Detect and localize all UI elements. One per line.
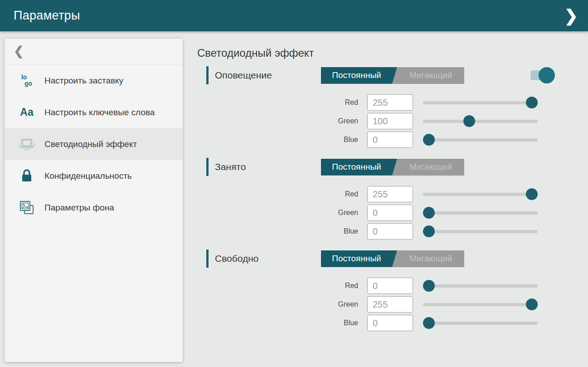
mode-option-blinking[interactable]: Мигающий <box>397 250 464 267</box>
sidebar-item-label: Параметры фона <box>44 202 114 214</box>
channel-value-input[interactable] <box>367 113 413 129</box>
switch-knob <box>539 67 555 83</box>
channel-row: Red <box>206 278 588 294</box>
channel-value-input[interactable] <box>367 132 413 148</box>
led-section: Занято Мигающий Постоянный Red Green <box>206 158 588 240</box>
sidebar-item-screensaver[interactable]: lo go Настроить заставку <box>5 65 183 97</box>
text-aa-icon: Aa <box>17 106 36 118</box>
channel-row: Green <box>206 296 588 313</box>
images-icon <box>17 200 36 215</box>
main-panel: Светодиодный эффект Оповещение Мигающий … <box>183 31 588 367</box>
sidebar-item-label: Светодиодный эффект <box>44 138 137 150</box>
mode-option-solid[interactable]: Постоянный <box>321 159 397 176</box>
channel-row: Blue <box>206 315 588 331</box>
slider-track <box>423 120 538 123</box>
back-chevron-icon: ❮ <box>14 45 24 58</box>
channel-value-input[interactable] <box>367 186 413 202</box>
mode-option-solid[interactable]: Постоянный <box>321 250 397 267</box>
channel-value-input[interactable] <box>367 315 413 331</box>
main-title: Светодиодный эффект <box>197 47 588 59</box>
channels: Red Green Blue <box>206 278 588 331</box>
channel-row: Red <box>206 186 588 202</box>
led-enable-switch[interactable] <box>530 67 554 83</box>
mode-solid-label: Постоянный <box>332 70 381 80</box>
channel-slider[interactable] <box>423 132 538 148</box>
page-title: Параметры <box>14 9 80 23</box>
channel-label: Green <box>206 117 358 125</box>
sidebar-item-label: Настроить ключевые слова <box>44 107 158 118</box>
mode-option-blinking[interactable]: Мигающий <box>397 67 464 84</box>
sidebar-item-label: Конфиденциальность <box>44 170 132 182</box>
channel-label: Blue <box>206 136 358 144</box>
app-header: Параметры ❯ <box>0 0 588 31</box>
mode-blinking-label: Мигающий <box>409 254 452 264</box>
monitor-glow-icon <box>17 137 36 152</box>
channels: Red Green Blue <box>206 94 588 148</box>
section-header: Оповещение Мигающий Постоянный <box>206 66 588 84</box>
slider-thumb[interactable] <box>463 115 475 127</box>
mode-blinking-label: Мигающий <box>409 70 452 80</box>
slider-track <box>423 101 538 104</box>
led-section: Оповещение Мигающий Постоянный Red Green <box>206 66 588 148</box>
channel-label: Red <box>206 190 358 198</box>
channel-value-input[interactable] <box>367 223 413 240</box>
mode-toggle: Мигающий Постоянный <box>321 250 464 267</box>
channel-slider[interactable] <box>423 205 538 221</box>
channel-value-input[interactable] <box>367 296 413 313</box>
section-header: Свободно Мигающий Постоянный <box>206 250 588 268</box>
section-label: Свободно <box>215 253 321 264</box>
sidebar-item-privacy[interactable]: Конфиденциальность <box>5 160 183 192</box>
channel-label: Red <box>206 282 358 290</box>
slider-track <box>423 230 538 233</box>
lock-icon <box>17 169 36 183</box>
channel-label: Blue <box>206 227 358 235</box>
slider-track <box>423 303 538 306</box>
slider-thumb[interactable] <box>423 280 435 292</box>
mode-solid-label: Постоянный <box>332 162 381 172</box>
channel-slider[interactable] <box>423 296 538 313</box>
mode-blinking-label: Мигающий <box>409 162 452 172</box>
slider-track <box>423 211 538 215</box>
sidebar-back-button[interactable]: ❮ <box>5 39 183 65</box>
slider-thumb[interactable] <box>423 134 435 146</box>
channel-slider[interactable] <box>423 186 538 202</box>
mode-solid-label: Постоянный <box>332 254 381 264</box>
channel-value-input[interactable] <box>367 205 413 221</box>
section-label: Занято <box>215 161 321 172</box>
sidebar-item-keywords[interactable]: Aa Настроить ключевые слова <box>5 97 183 128</box>
mode-option-solid[interactable]: Постоянный <box>321 67 397 84</box>
slider-thumb[interactable] <box>423 207 435 219</box>
slider-track <box>423 322 538 325</box>
slider-thumb[interactable] <box>423 225 435 237</box>
slider-thumb[interactable] <box>526 298 538 310</box>
channel-label: Green <box>206 209 358 217</box>
slider-thumb[interactable] <box>526 97 538 108</box>
slider-thumb[interactable] <box>423 317 435 329</box>
channel-row: Blue <box>206 132 588 148</box>
channel-row: Green <box>206 113 588 129</box>
sections: Оповещение Мигающий Постоянный Red Green <box>197 66 588 331</box>
collapse-panel-icon[interactable]: ❯ <box>564 8 578 24</box>
channels: Red Green Blue <box>206 186 588 240</box>
channel-value-input[interactable] <box>367 94 413 111</box>
sidebar-item-background[interactable]: Параметры фона <box>5 192 183 224</box>
channel-slider[interactable] <box>423 223 538 240</box>
channel-label: Blue <box>206 319 358 327</box>
channel-slider[interactable] <box>423 315 538 331</box>
channel-slider[interactable] <box>423 113 538 129</box>
channel-label: Red <box>206 98 358 107</box>
slider-track <box>423 193 538 196</box>
led-section: Свободно Мигающий Постоянный Red Green <box>206 250 588 331</box>
slider-thumb[interactable] <box>526 188 538 200</box>
channel-row: Red <box>206 94 588 111</box>
slider-track <box>423 138 538 142</box>
slider-track <box>423 284 538 288</box>
mode-option-blinking[interactable]: Мигающий <box>397 159 464 176</box>
sidebar-item-led-effect[interactable]: Светодиодный эффект <box>5 128 183 160</box>
channel-slider[interactable] <box>423 94 538 111</box>
section-header: Занято Мигающий Постоянный <box>206 158 588 176</box>
channel-slider[interactable] <box>423 278 538 294</box>
logo-icon: lo go <box>17 74 36 87</box>
section-accent-bar <box>206 250 209 268</box>
channel-value-input[interactable] <box>367 278 413 294</box>
